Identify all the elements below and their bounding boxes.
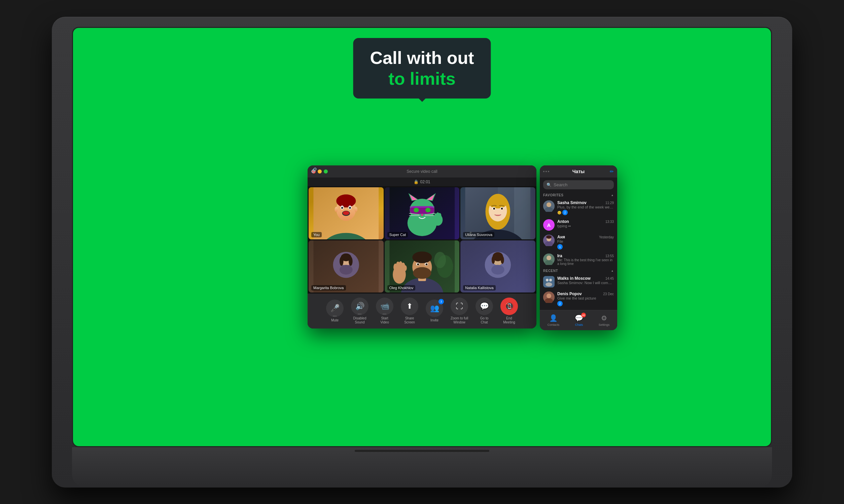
start-video-button[interactable]: 📹 ••• StartVideo bbox=[373, 298, 396, 324]
mute-button[interactable]: 🎤 ••• Mute bbox=[323, 300, 347, 322]
chats-tab-badge-wrap: 💬 46 bbox=[575, 314, 583, 322]
sasha-preview: Plus, by the end of the week we will be … bbox=[557, 205, 614, 209]
chat-more-menu[interactable] bbox=[543, 171, 549, 172]
denis-avatar-img bbox=[543, 291, 555, 303]
headline-bubble: Call with out to limits bbox=[353, 38, 490, 99]
dot2 bbox=[546, 171, 547, 172]
svg-point-63 bbox=[425, 263, 427, 265]
lock-icon: 🔒 bbox=[414, 180, 419, 184]
go-to-chat-button[interactable]: 💬 Go toChat bbox=[472, 298, 496, 324]
svg-point-58 bbox=[413, 267, 431, 279]
chat-window: Чаты ✏ 🔍 Search FAVORITES ▲ bbox=[540, 165, 617, 330]
mute-icon-wrap: 🎤 ••• bbox=[326, 300, 344, 317]
ira-avatar bbox=[543, 253, 555, 265]
disabled-sound-button[interactable]: 🔊 ••• DisabledSound bbox=[348, 298, 372, 324]
anya-avatar bbox=[543, 235, 555, 246]
video-titlebar: Secure video call 🔗 bbox=[308, 165, 536, 178]
tab-chats[interactable]: 💬 46 Chats bbox=[575, 314, 583, 326]
video-camera-icon: 📹 bbox=[380, 302, 389, 311]
natalia-label: Natalia Kallistova bbox=[463, 285, 495, 290]
settings-tab-label: Settings bbox=[599, 323, 610, 326]
invite-label: Invite bbox=[430, 319, 438, 322]
svg-point-92 bbox=[547, 293, 551, 298]
chat-item-denis[interactable]: Denis Popov 23 Dec Give me the last pict… bbox=[540, 289, 617, 308]
svg-point-62 bbox=[417, 263, 419, 265]
share-screen-button[interactable]: ⬆ ShareScreen bbox=[398, 298, 421, 324]
search-input-wrap[interactable]: 🔍 Search bbox=[543, 180, 614, 189]
uliana-svg: 🎤 bbox=[460, 187, 535, 239]
walks-header: Walks in Moscow 14:45 bbox=[557, 276, 614, 281]
svg-point-10 bbox=[334, 207, 338, 212]
chat-item-anya[interactable]: Аня Yesterday File 1 bbox=[540, 233, 617, 252]
video-cell-uliana: 🎤 Uliana Suvorova bbox=[460, 187, 535, 239]
ira-preview: Me: This is the best thing I've seen in … bbox=[557, 258, 614, 266]
supercat-svg bbox=[385, 187, 460, 239]
svg-point-88 bbox=[546, 279, 549, 282]
search-placeholder: Search bbox=[554, 182, 567, 187]
minimize-button[interactable] bbox=[318, 169, 322, 174]
zoom-icon-wrap: ⛶ bbox=[451, 298, 468, 315]
you-label: You bbox=[311, 232, 322, 237]
anton-time: 13:33 bbox=[605, 220, 614, 223]
maximize-button[interactable] bbox=[324, 169, 328, 174]
video-call-window: Secure video call 🔗 🔒 02:01 ‹ 1/3 bbox=[308, 165, 536, 328]
video-cell-supercat: Super Cat bbox=[385, 187, 460, 239]
svg-point-78 bbox=[547, 202, 551, 207]
contacts-tab-icon: 👤 bbox=[549, 314, 557, 322]
compose-button[interactable]: ✏ bbox=[610, 169, 614, 174]
settings-tab-icon: ⚙ bbox=[601, 314, 607, 322]
svg-point-22 bbox=[425, 208, 431, 213]
favorites-chevron-icon: ▲ bbox=[611, 194, 614, 197]
denis-time: 23 Dec bbox=[603, 292, 614, 296]
dot3 bbox=[548, 171, 549, 172]
sasha-avatar-img bbox=[543, 200, 555, 212]
chat-item-ira[interactable]: Ira 13:55 Me: This is the best thing I'v… bbox=[540, 252, 617, 268]
chat-item-walks[interactable]: Walks in Moscow 14:45 Sasha Smirnov: Now… bbox=[540, 274, 617, 289]
favorites-header: FAVORITES ▲ bbox=[540, 192, 617, 198]
sasha-badges: 😊 2 bbox=[557, 210, 614, 215]
supercat-label: Super Cat bbox=[387, 232, 408, 237]
windows-container: Secure video call 🔗 🔒 02:01 ‹ 1/3 bbox=[308, 165, 536, 328]
anton-avatar: A bbox=[543, 219, 555, 231]
walks-avatar-img bbox=[543, 276, 555, 287]
chat-bottom-tabs: 👤 Contacts 💬 46 Chats ⚙ Sett bbox=[540, 310, 617, 330]
svg-point-49 bbox=[340, 256, 344, 266]
chats-badge-count: 46 bbox=[581, 313, 586, 318]
tab-contacts[interactable]: 👤 Contacts bbox=[548, 314, 559, 326]
svg-point-59 bbox=[412, 252, 432, 263]
oleg-svg bbox=[385, 240, 460, 292]
svg-point-69 bbox=[403, 265, 407, 271]
screen-bezel: Call with out to limits Secure video cal… bbox=[72, 27, 772, 447]
video-cell-you: You bbox=[309, 187, 384, 239]
oleg-label: Oleg Khokhlov bbox=[387, 285, 416, 290]
svg-point-89 bbox=[549, 279, 552, 282]
end-meeting-label: EndMeeting bbox=[503, 317, 515, 324]
anya-badge: 1 bbox=[557, 244, 563, 250]
chat-item-sasha[interactable]: Sasha Smirnov 11:29 Plus, by the end of … bbox=[540, 198, 617, 217]
denis-content: Denis Popov 23 Dec Give me the last pict… bbox=[557, 291, 614, 306]
svg-point-3 bbox=[336, 194, 356, 208]
svg-point-53 bbox=[434, 252, 446, 268]
pin-icon: 🔗 bbox=[311, 167, 317, 173]
tab-settings[interactable]: ⚙ Settings bbox=[599, 314, 610, 326]
anton-name: Anton bbox=[557, 219, 569, 224]
microphone-icon: 🎤 bbox=[330, 304, 340, 313]
video-cell-oleg: Oleg Khokhlov bbox=[385, 240, 460, 292]
walks-content: Walks in Moscow 14:45 Sasha Smirnov: Now… bbox=[557, 276, 614, 285]
invite-icon-wrap: 👥 3 bbox=[426, 300, 443, 317]
zoom-full-button[interactable]: ⛶ Zoom to fullWindow bbox=[448, 298, 471, 324]
denis-name: Denis Popov bbox=[557, 291, 582, 296]
video-grid: ‹ 1/3 bbox=[308, 186, 536, 293]
svg-point-11 bbox=[355, 207, 358, 212]
chat-titlebar: Чаты ✏ bbox=[540, 165, 617, 178]
anya-header: Аня Yesterday bbox=[557, 235, 614, 239]
chat-bubble-icon: 💬 bbox=[480, 302, 489, 311]
end-meeting-button[interactable]: 📵 EndMeeting bbox=[497, 298, 521, 324]
anton-header: Anton 13:33 bbox=[557, 219, 614, 224]
sasha-reaction-icon: 😊 bbox=[557, 211, 561, 215]
svg-point-42 bbox=[501, 208, 503, 210]
svg-point-38 bbox=[488, 195, 508, 209]
invite-button[interactable]: 👥 3 Invite bbox=[423, 300, 446, 322]
chat-item-anton[interactable]: A Anton 13:33 typing •• bbox=[540, 217, 617, 233]
headline-line2: to limits bbox=[370, 68, 474, 89]
